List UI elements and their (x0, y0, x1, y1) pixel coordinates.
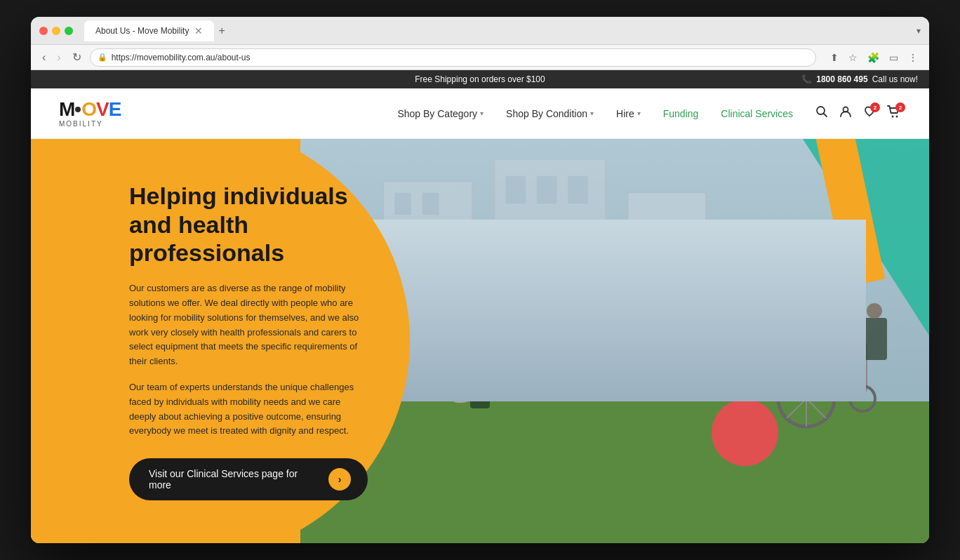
hero-content-area: Helping individuals and health professio… (31, 139, 525, 543)
cta-button[interactable]: Visit our Clinical Services page for mor… (129, 458, 368, 500)
active-tab[interactable]: About Us - Move Mobility ✕ (84, 20, 214, 41)
minimize-button[interactable] (52, 27, 60, 35)
nav-link-category[interactable]: Shop By Category ▾ (397, 108, 484, 119)
sidebar-button[interactable]: ▭ (886, 51, 901, 65)
svg-point-33 (803, 395, 810, 402)
chevron-down-icon: ▾ (637, 109, 641, 117)
top-banner: Free Shipping on orders over $100 📞 1800… (31, 70, 929, 88)
wishlist-button[interactable]: 2 (863, 105, 876, 121)
nav-link-clinical[interactable]: Clinical Services (721, 108, 793, 119)
logo-move: M O V E (59, 100, 121, 119)
cta-label: Visit our Clinical Services page for mor… (149, 468, 320, 491)
nav-link-hire[interactable]: Hire ▾ (616, 108, 641, 119)
red-circle-deco (712, 399, 778, 466)
back-button[interactable]: ‹ (39, 50, 48, 65)
forward-button[interactable]: › (54, 50, 63, 65)
extensions-button[interactable]: 🧩 (865, 51, 882, 65)
search-button[interactable] (815, 105, 828, 121)
cart-badge: 2 (895, 102, 905, 112)
close-button[interactable] (39, 27, 48, 35)
nav-header: M O V E MOBILITY Shop By Category ▾ (31, 88, 929, 139)
svg-rect-25 (813, 304, 848, 353)
hero-para-1: Our customers are as diverse as the rang… (129, 281, 368, 369)
nav-item-condition[interactable]: Shop By Condition ▾ (506, 108, 594, 119)
logo-letter-m: M (59, 100, 74, 119)
account-icon (839, 105, 852, 118)
logo-dot (75, 107, 81, 112)
cart-button[interactable]: 2 (887, 105, 901, 121)
logo-letter-o: O (81, 100, 96, 119)
nav-item-clinical[interactable]: Clinical Services (721, 108, 793, 119)
chevron-down-icon: ▾ (480, 109, 484, 117)
browser-titlebar: About Us - Move Mobility ✕ + ▾ (31, 17, 929, 45)
tab-title: About Us - Move Mobility (95, 26, 189, 36)
maximize-button[interactable] (65, 27, 73, 35)
traffic-lights (39, 27, 73, 35)
hero-section: Helping individuals and health professio… (31, 139, 929, 543)
svg-rect-31 (803, 342, 866, 392)
hero-text: Helping individuals and health professio… (31, 154, 396, 528)
account-button[interactable] (839, 105, 852, 121)
nav-link-condition[interactable]: Shop By Condition ▾ (506, 108, 594, 119)
svg-rect-16 (568, 176, 588, 204)
new-tab-button[interactable]: + (214, 25, 229, 37)
wishlist-badge: 2 (870, 102, 880, 112)
logo-letter-v: V (96, 100, 109, 119)
phone-number[interactable]: 1800 860 495 (816, 74, 867, 84)
website-content: Free Shipping on orders over $100 📞 1800… (31, 70, 929, 543)
menu-button[interactable]: ⋮ (905, 51, 921, 65)
nav-item-hire[interactable]: Hire ▾ (616, 108, 641, 119)
nav-links: Shop By Category ▾ Shop By Condition ▾ H… (397, 108, 793, 119)
hero-heading: Helping individuals and health professio… (129, 182, 368, 267)
phone-label: Call us now! (872, 74, 918, 84)
hero-para-2: Our team of experts understands the uniq… (129, 380, 368, 439)
svg-point-34 (850, 386, 875, 411)
browser-window: About Us - Move Mobility ✕ + ▾ ‹ › ↻ 🔒 h… (31, 17, 929, 543)
svg-rect-27 (813, 352, 829, 387)
nav-link-funding[interactable]: Funding (663, 108, 699, 119)
svg-rect-28 (833, 352, 848, 387)
nav-item-funding[interactable]: Funding (663, 108, 699, 119)
svg-rect-7 (628, 192, 706, 359)
phone-icon: 📞 (801, 74, 812, 84)
search-icon (815, 105, 828, 118)
svg-point-29 (811, 383, 831, 393)
chevron-down-icon: ▾ (590, 109, 594, 117)
svg-point-26 (821, 290, 841, 308)
lock-icon: 🔒 (98, 53, 107, 62)
logo-letter-e: E (109, 100, 121, 119)
svg-rect-19 (568, 220, 588, 248)
svg-point-35 (860, 396, 865, 401)
tab-bar: About Us - Move Mobility ✕ + (84, 20, 911, 41)
nav-icons: 2 2 (815, 105, 901, 121)
url-text: https://movemobility.com.au/about-us (112, 53, 251, 62)
svg-rect-18 (537, 220, 557, 248)
reload-button[interactable]: ↻ (69, 49, 84, 65)
share-button[interactable]: ⬆ (827, 51, 841, 65)
svg-point-4 (896, 116, 898, 118)
svg-line-1 (824, 114, 827, 117)
svg-point-30 (831, 383, 851, 393)
tab-close-icon[interactable]: ✕ (194, 25, 203, 36)
browser-actions: ⬆ ☆ 🧩 ▭ ⋮ (827, 51, 921, 65)
svg-rect-15 (537, 176, 557, 204)
nav-item-category[interactable]: Shop By Category ▾ (397, 108, 484, 119)
svg-point-3 (892, 116, 894, 118)
bookmark-button[interactable]: ☆ (846, 51, 860, 65)
tabs-dropdown-icon[interactable]: ▾ (916, 26, 921, 36)
logo[interactable]: M O V E MOBILITY (59, 100, 121, 128)
phone-info: 📞 1800 860 495 Call us now! (626, 74, 918, 84)
logo-subtitle: MOBILITY (59, 121, 121, 128)
cta-arrow-icon: › (328, 468, 351, 491)
address-bar[interactable]: 🔒 https://movemobility.com.au/about-us (90, 48, 816, 67)
banner-text: Free Shipping on orders over $100 (334, 74, 626, 84)
browser-addressbar: ‹ › ↻ 🔒 https://movemobility.com.au/abou… (31, 45, 929, 70)
